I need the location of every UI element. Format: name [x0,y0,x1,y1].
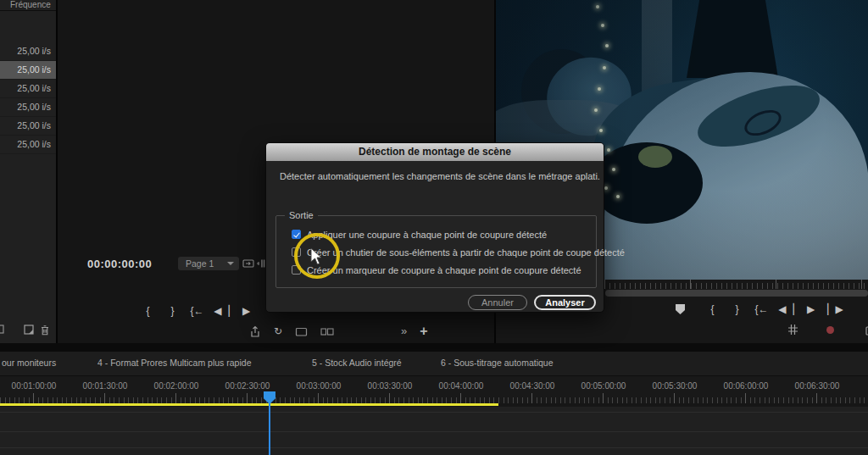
source-tools-row: ↻»+ [249,325,428,338]
page-select-value: Page 1 [186,258,214,269]
ruler-timecode-label: 00:05:00:00 [571,381,636,391]
output-group-label: Sortie [285,210,318,220]
more-icon[interactable]: » [401,325,407,338]
ruler-timecode-label: 00:02:00:00 [144,381,209,391]
step-back-icon[interactable]: ◀▕ [774,302,798,316]
ruler-timecode-label: 00:04:00:00 [429,381,493,391]
bin-toolbar [0,323,56,341]
bin-row[interactable]: 25,00 i/s [0,80,56,98]
ruler-timecode-label: 00:03:30:00 [358,381,422,391]
bin-rows: 25,00 i/s25,00 i/s25,00 i/s25,00 i/s25,0… [0,42,56,154]
lift-icon[interactable]: ↻ [274,325,282,338]
ruler-ticks [0,393,868,403]
dialog-description: Détecter automatiquement les changements… [280,171,600,181]
step-back-icon[interactable]: ◀▕ [209,304,234,318]
mark-in-icon[interactable]: { [136,304,160,318]
ruler-timecode-label: 00:01:00:00 [2,381,66,391]
dialog-option[interactable]: Créer un marqueur de coupure à chaque po… [292,261,625,279]
clip-icon[interactable] [0,325,4,334]
monitor-icon[interactable] [295,326,308,337]
mark-out-icon[interactable]: } [160,304,185,318]
timeline-tab-bar: our moniteurs4 - Format Prores Multicam … [0,352,868,376]
export-icon[interactable] [249,325,261,338]
dialog-option[interactable]: Appliquer une coupure à chaque point de … [292,225,625,243]
timeline-tab[interactable]: 4 - Format Prores Multicam plus rapide [97,358,251,368]
program-scrollbar[interactable] [605,290,868,297]
bin-row[interactable]: 25,00 i/s [0,98,56,117]
checkbox-label: Créer un marqueur de coupure à chaque po… [307,265,581,275]
ruler-timecode-label: 00:05:30:00 [643,381,707,391]
bin-row[interactable]: 25,00 i/s [0,42,56,61]
page-select-dropdown[interactable]: Page 1 [178,257,239,270]
timeline-tracks[interactable] [0,407,868,455]
grid-icon[interactable] [787,324,812,336]
go-to-in-icon[interactable]: {← [749,302,774,316]
column-header-framerate[interactable]: Fréquence [0,0,56,11]
mark-out-icon[interactable]: } [725,302,749,316]
analyze-button[interactable]: Analyser [534,295,596,310]
mouse-cursor [310,247,324,269]
go-to-in-icon[interactable]: {← [185,304,209,318]
program-mini-ruler[interactable] [604,280,868,289]
playhead-line [269,403,270,455]
mark-in-icon[interactable]: { [700,302,725,316]
scene-edit-detection-dialog: Détection de montage de scène Détecter a… [265,142,604,313]
fit-icon[interactable] [242,258,254,269]
dialog-option[interactable]: Créer un chutier de sous-éléments à part… [292,243,625,261]
add-icon[interactable]: + [420,325,427,337]
program-transport-controls: {}{←◀▕▶▏▶ [676,302,848,316]
timeline-tab[interactable]: 5 - Stock Audio intégré [312,358,402,368]
work-area-bar[interactable] [0,403,498,406]
timeline-tab[interactable]: 6 - Sous-titrage automatique [441,358,554,368]
ruler-timecode-label: 00:03:00:00 [287,381,351,391]
checkbox-label: Créer un chutier de sous-éléments à part… [307,247,625,258]
step-forward-icon[interactable]: ▏▶ [823,302,848,316]
play-icon[interactable]: ▶ [234,304,259,318]
bin-row[interactable]: 25,00 i/s [0,136,56,154]
ruler-timecode-label: 00:06:00:00 [714,381,778,391]
checkbox-label: Appliquer une coupure à chaque point de … [307,230,547,240]
program-tools-row [787,324,868,336]
bin-row[interactable]: 25,00 i/s [0,61,56,80]
ruler-timecode-label: 00:02:30:00 [215,381,280,391]
panel-divider [0,343,868,352]
trash-icon[interactable] [40,325,50,336]
chevron-down-icon [227,262,234,265]
checkbox-icon [292,230,301,239]
marker-icon[interactable] [676,302,700,316]
dialog-title[interactable]: Détection de montage de scène [266,143,604,161]
ruler-timecode-label: 00:01:30:00 [73,381,137,391]
premiere-pro-window: Fréquence 25,00 i/s25,00 i/s25,00 i/s25,… [0,0,868,455]
ruler-timecode-label: 00:04:30:00 [500,381,565,391]
source-timecode: 00:00:00:00 [87,258,152,270]
play-icon[interactable]: ▶ [798,302,823,316]
dialog-options: Appliquer une coupure à chaque point de … [292,225,625,279]
record-icon[interactable] [826,326,851,334]
project-bin-panel: Fréquence 25,00 i/s25,00 i/s25,00 i/s25,… [0,0,58,343]
cancel-button[interactable]: Annuler [468,295,527,310]
ruler-timecode-label: 00:06:30:00 [785,381,849,391]
new-item-icon[interactable] [24,325,35,335]
multicam-icon[interactable] [320,326,334,337]
timeline-tab[interactable]: our moniteurs [2,358,56,368]
source-transport-controls: {}{←◀▕▶ [136,304,259,318]
bin-row[interactable]: 25,00 i/s [0,117,56,136]
